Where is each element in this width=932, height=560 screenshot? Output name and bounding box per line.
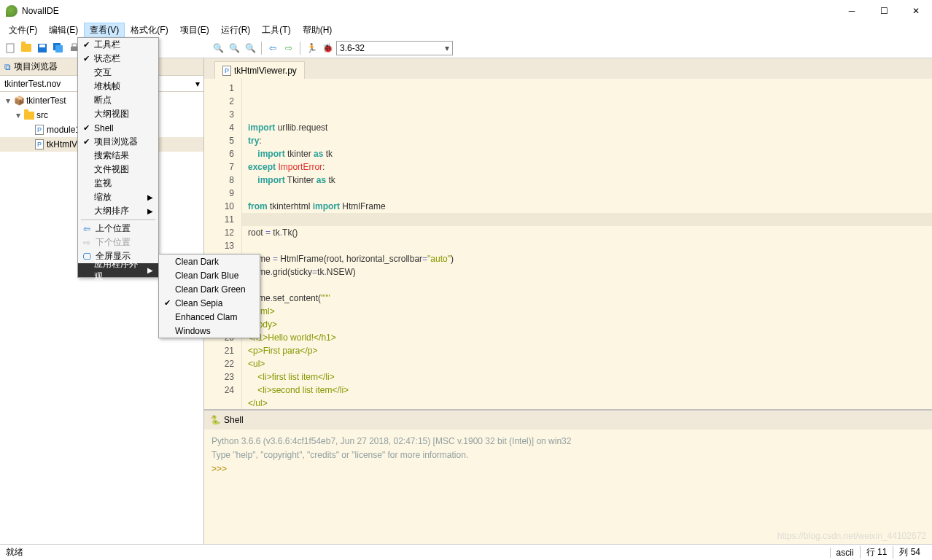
save-icon[interactable]	[35, 41, 50, 55]
theme-clean-dark-blue[interactable]: Clean Dark Blue	[159, 268, 260, 282]
editor-area: P tkHtmlViewer.py 12345678910111213 2021…	[204, 58, 932, 544]
zoom-icon[interactable]: 🔍	[227, 41, 241, 55]
statusbar: 就绪 ascii 行 11 列 54	[0, 544, 932, 560]
menu-item-nextloc[interactable]: ⇨下个位置	[78, 236, 158, 249]
theme-label: Windows	[175, 326, 211, 336]
menu-format[interactable]: 格式化(F)	[125, 23, 174, 38]
toolbar-separator	[300, 42, 300, 55]
find-icon[interactable]: 🔍	[211, 41, 225, 55]
open-icon[interactable]	[19, 41, 34, 55]
menu-item-toolbar[interactable]: ✔工具栏	[78, 38, 158, 52]
zoom2-icon[interactable]: 🔍	[243, 41, 257, 55]
menu-run[interactable]: 运行(R)	[215, 23, 257, 38]
expand-icon[interactable]: ▾	[13, 110, 23, 120]
menu-file[interactable]: 文件(F)	[3, 23, 43, 38]
window-title: NovalIDE	[22, 6, 842, 16]
shell-output[interactable]: Python 3.6.6 (v3.6.6:4cf1f54eb7, Jun 27 …	[204, 429, 932, 544]
menu-item-breakpoints[interactable]: 断点	[78, 93, 158, 107]
menu-item-zoom[interactable]: 缩放▶	[78, 190, 158, 204]
sidebar-title: 项目浏览器	[14, 61, 58, 73]
status-column: 列 54	[893, 546, 926, 559]
maximize-button[interactable]: ☐	[874, 4, 894, 18]
theme-clean-dark-green[interactable]: Clean Dark Green	[159, 282, 260, 296]
tree-label: src	[36, 110, 48, 120]
menu-item-appearance[interactable]: 应用程序外观▶	[78, 263, 158, 277]
tree-label: tkinterTest	[26, 96, 66, 106]
minimize-button[interactable]: ─	[842, 4, 862, 18]
monitor-icon: 🖵	[81, 252, 93, 262]
theme-label: Clean Dark	[175, 257, 219, 267]
project-browser-icon: ⧉	[4, 62, 11, 72]
menu-item-statusbar[interactable]: ✔状态栏	[78, 52, 158, 66]
shell-line: Python 3.6.6 (v3.6.6:4cf1f54eb7, Jun 27 …	[211, 436, 571, 446]
submenu-arrow-icon: ▶	[147, 266, 154, 274]
tab-strip: P tkHtmlViewer.py	[204, 58, 932, 79]
run-icon[interactable]: 🏃	[304, 41, 319, 55]
source-text[interactable]: import urllib.request try: import tkinte…	[242, 79, 932, 409]
forward-arrow-icon: ⇨	[81, 238, 93, 248]
python-file-icon: P	[34, 139, 45, 150]
shell-tab-label: Shell	[224, 415, 244, 425]
folder-icon	[23, 109, 35, 121]
menu-project[interactable]: 项目(E)	[174, 23, 215, 38]
menu-item-outline[interactable]: 大纲视图	[78, 107, 158, 121]
shell-panel: 🐍 Shell Python 3.6.6 (v3.6.6:4cf1f54eb7,…	[204, 409, 932, 544]
menu-item-searchresults[interactable]: 搜索结果	[78, 149, 158, 163]
menu-edit[interactable]: 编辑(E)	[43, 23, 84, 38]
menu-item-shell[interactable]: ✔Shell	[78, 121, 158, 135]
menu-tools[interactable]: 工具(T)	[256, 23, 296, 38]
file-tab[interactable]: P tkHtmlViewer.py	[214, 61, 305, 79]
close-button[interactable]: ✕	[906, 4, 926, 18]
code-editor[interactable]: 12345678910111213 2021222324 import urll…	[204, 79, 932, 409]
menu-separator	[81, 219, 155, 220]
menu-item-projbrowser[interactable]: ✔项目浏览器	[78, 135, 158, 149]
svg-rect-0	[7, 44, 14, 52]
svg-rect-6	[72, 44, 77, 47]
back-icon[interactable]: ⇦	[265, 41, 280, 55]
svg-rect-4	[55, 45, 63, 52]
package-icon: 📦	[13, 95, 25, 106]
theme-windows[interactable]: Windows	[159, 324, 260, 338]
python-file-icon: P	[222, 66, 231, 76]
menu-view[interactable]: 查看(V)	[84, 23, 125, 38]
titlebar: NovalIDE ─ ☐ ✕	[0, 0, 932, 22]
theme-label: Clean Dark Green	[175, 284, 246, 295]
new-file-icon[interactable]	[3, 41, 18, 55]
submenu-arrow-icon: ▶	[147, 207, 154, 215]
appearance-submenu: Clean Dark Clean Dark Blue Clean Dark Gr…	[158, 254, 260, 338]
theme-clean-dark[interactable]: Clean Dark	[159, 254, 260, 268]
status-line: 行 11	[860, 546, 893, 559]
tab-label: tkHtmlViewer.py	[234, 66, 297, 76]
status-ready: 就绪	[6, 546, 830, 559]
tree-label: module1	[47, 125, 80, 135]
toolbar-separator	[261, 42, 262, 55]
python-version-label: 3.6-32	[340, 43, 365, 53]
menu-help[interactable]: 帮助(H)	[297, 23, 338, 38]
menu-item-prevloc[interactable]: ⇦上个位置	[78, 222, 158, 236]
menu-item-stackframe[interactable]: 堆栈帧	[78, 79, 158, 93]
menu-item-fileview[interactable]: 文件视图	[78, 163, 158, 176]
svg-rect-2	[39, 44, 45, 47]
app-logo-icon	[6, 5, 18, 17]
window-buttons: ─ ☐ ✕	[842, 4, 926, 18]
watermark: https://blog.csdn.net/weixin_44102672	[777, 531, 926, 541]
view-menu-dropdown: ✔工具栏 ✔状态栏 交互 堆栈帧 断点 大纲视图 ✔Shell ✔项目浏览器 搜…	[77, 37, 159, 278]
theme-clean-sepia[interactable]: ✔Clean Sepia	[159, 296, 260, 310]
line-gutter: 12345678910111213 2021222324	[204, 79, 242, 409]
shell-tab[interactable]: 🐍 Shell	[204, 411, 932, 429]
shell-line: Type "help", "copyright", "credits" or "…	[211, 450, 468, 460]
menu-item-interact[interactable]: 交互	[78, 66, 158, 79]
menubar: 文件(F) 编辑(E) 查看(V) 格式化(F) 项目(E) 运行(R) 工具(…	[0, 22, 932, 38]
save-all-icon[interactable]	[51, 41, 66, 55]
expand-icon[interactable]: ▾	[3, 96, 13, 106]
theme-enhanced-clam[interactable]: Enhanced Clam	[159, 310, 260, 324]
debug-icon[interactable]: 🐞	[320, 41, 335, 55]
menu-item-outlinesort[interactable]: 大纲排序▶	[78, 204, 158, 218]
submenu-arrow-icon: ▶	[147, 193, 154, 201]
python-version-select[interactable]: 3.6-32	[336, 41, 453, 55]
python-icon: 🐍	[210, 415, 221, 425]
forward-icon[interactable]: ⇨	[281, 41, 296, 55]
tree-label: tkHtmlV	[47, 139, 77, 149]
menu-item-watch[interactable]: 监视	[78, 176, 158, 190]
shell-prompt: >>>	[211, 464, 227, 474]
